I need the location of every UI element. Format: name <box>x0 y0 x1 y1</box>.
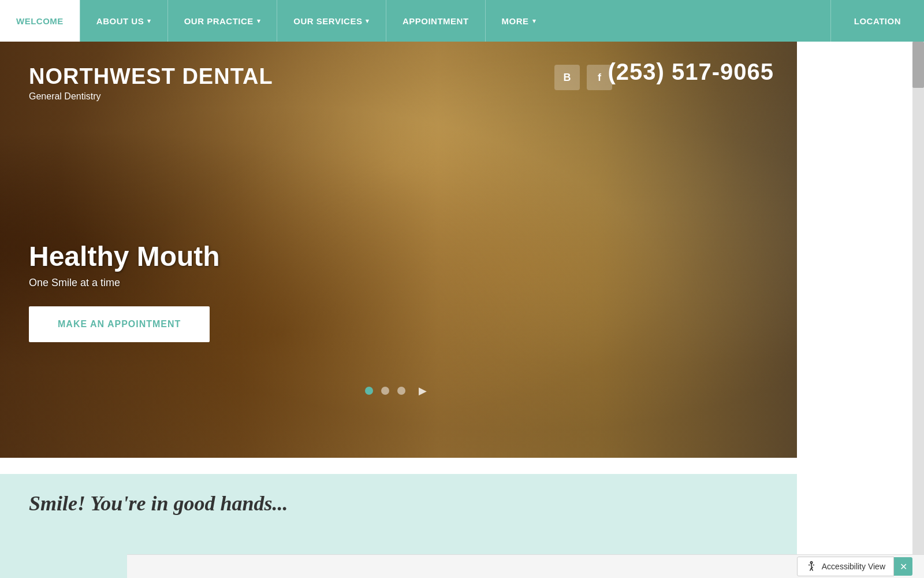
nav-spacer <box>552 0 830 42</box>
nav-our-services[interactable]: OUR SERVICES ▾ <box>277 0 386 42</box>
close-icon: ✕ <box>900 561 907 572</box>
accessibility-view-button[interactable]: Accessibility View <box>797 557 894 576</box>
slider-dots: ▶ <box>365 381 432 400</box>
nav-about-us[interactable]: ABOUT US ▾ <box>80 0 167 42</box>
chevron-down-icon-3: ▾ <box>366 17 370 25</box>
nav-appointment[interactable]: APPOINTMENT <box>386 0 485 42</box>
nav-welcome-label: WELCOME <box>16 16 64 26</box>
slider-dot-2[interactable] <box>381 387 389 395</box>
scrollbar[interactable] <box>912 42 924 578</box>
nav-more[interactable]: MORE ▾ <box>486 0 553 42</box>
nav-appointment-label: APPOINTMENT <box>403 16 469 26</box>
hero-content: NORTHWEST DENTAL General Dentistry B f (… <box>0 42 797 458</box>
chevron-down-icon-2: ▾ <box>257 17 261 25</box>
hero-headline: Healthy Mouth <box>29 240 220 272</box>
slider-dot-1[interactable] <box>365 387 373 395</box>
nav-location-label: LOCATION <box>854 16 901 26</box>
slider-dot-3[interactable] <box>397 387 405 395</box>
phone-number[interactable]: (253) 517-9065 <box>608 59 774 85</box>
accessibility-icon <box>806 561 817 572</box>
accessibility-close-button[interactable]: ✕ <box>894 557 912 576</box>
nav-welcome[interactable]: WELCOME <box>0 0 80 42</box>
slider-play-button[interactable]: ▶ <box>413 381 432 400</box>
nav-our-practice-label: OUR PRACTICE <box>184 16 254 26</box>
accessibility-bar: Accessibility View ✕ <box>127 554 924 578</box>
svg-point-0 <box>810 562 812 564</box>
nav-our-services-label: OUR SERVICES <box>293 16 362 26</box>
nav-location[interactable]: LOCATION <box>830 0 924 42</box>
nav-more-label: MORE <box>502 16 529 26</box>
site-subtitle: General Dentistry <box>29 91 768 102</box>
hero-text-block: Healthy Mouth One Smile at a time MAKE A… <box>29 240 220 342</box>
hero-tagline: One Smile at a time <box>29 277 220 289</box>
social-icons-group: B f <box>554 65 612 90</box>
navigation: WELCOME ABOUT US ▾ OUR PRACTICE ▾ OUR SE… <box>0 0 924 42</box>
scrollbar-thumb[interactable] <box>912 42 924 88</box>
blogger-icon[interactable]: B <box>554 65 580 90</box>
hero-section: NORTHWEST DENTAL General Dentistry B f (… <box>0 42 797 458</box>
chevron-down-icon-4: ▾ <box>532 17 536 25</box>
bottom-tagline: Smile! You're in good hands... <box>29 491 288 516</box>
nav-our-practice[interactable]: OUR PRACTICE ▾ <box>168 0 277 42</box>
nav-about-us-label: ABOUT US <box>96 16 144 26</box>
accessibility-label: Accessibility View <box>822 562 885 571</box>
make-appointment-button[interactable]: MAKE AN APPOINTMENT <box>29 306 210 342</box>
chevron-down-icon: ▾ <box>147 17 151 25</box>
